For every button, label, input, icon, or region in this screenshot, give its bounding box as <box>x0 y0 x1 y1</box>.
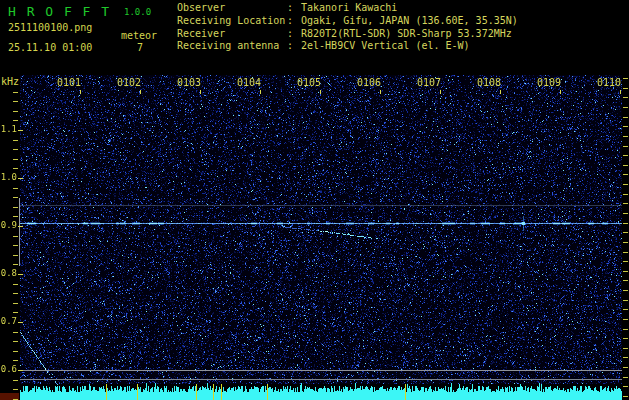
y-tick-right <box>623 300 628 301</box>
y-tick-right <box>623 107 628 108</box>
x-tick-label: 0107 <box>415 77 441 88</box>
info-row-colon: : <box>287 28 295 41</box>
y-tick-major <box>18 178 23 179</box>
y-tick-right <box>623 165 628 166</box>
y-axis-unit-label: kHz <box>1 76 19 87</box>
y-tick-right <box>623 396 628 397</box>
y-tick-minor <box>13 120 18 121</box>
y-tick-right <box>623 367 628 368</box>
x-tick-label: 0108 <box>475 77 501 88</box>
info-row: Observer: Takanori Kawachi <box>177 2 518 15</box>
spectrogram-canvas <box>20 75 622 400</box>
y-tick-right <box>623 203 628 204</box>
info-row-label: Receiving antenna <box>177 40 287 53</box>
info-row-value: Ogaki, Gifu, JAPAN (136.60E, 35.35N) <box>295 15 518 26</box>
y-tick-right <box>623 97 628 98</box>
info-row-colon: : <box>287 15 295 28</box>
y-tick-minor <box>13 197 18 198</box>
detection-band-bar <box>19 198 20 266</box>
y-tick-major <box>18 322 23 323</box>
y-tick-minor <box>13 101 18 102</box>
app-version: 1.0.0 <box>124 7 151 17</box>
y-tick-right <box>623 174 628 175</box>
datetime-label: 25.11.10 01:00 <box>8 42 92 53</box>
y-tick-minor <box>13 140 18 141</box>
y-tick-right <box>623 136 628 137</box>
x-tick-label: 0105 <box>295 77 321 88</box>
y-tick-right <box>623 348 628 349</box>
y-tick-right <box>623 155 628 156</box>
y-tick-minor <box>13 207 18 208</box>
y-tick-minor <box>13 351 18 352</box>
y-tick-right <box>623 117 628 118</box>
y-tick-right <box>623 271 628 272</box>
y-tick-label: 0.9 <box>0 221 17 230</box>
y-tick-minor <box>13 255 18 256</box>
output-filename: 2511100100.png <box>8 22 92 33</box>
y-tick-minor <box>13 245 18 246</box>
info-row-value: R820T2(RTL-SDR) SDR-Sharp 53.372MHz <box>295 28 512 39</box>
info-row-value: 2el-HB9CV Vertical (el. E-W) <box>295 40 470 51</box>
y-tick-major <box>18 226 23 227</box>
y-tick-right <box>623 194 628 195</box>
y-tick-minor <box>13 332 18 333</box>
y-tick-minor <box>13 111 18 112</box>
y-tick-major <box>18 274 23 275</box>
x-tick-label: 0106 <box>355 77 381 88</box>
info-row-label: Receiving Location <box>177 15 287 28</box>
y-tick-right <box>623 357 628 358</box>
y-tick-right <box>623 146 628 147</box>
y-tick-right <box>623 386 628 387</box>
y-tick-right <box>623 280 628 281</box>
y-tick-minor <box>13 389 18 390</box>
y-tick-label: 1.0 <box>0 173 17 182</box>
mode-label: meteor <box>121 30 157 41</box>
y-tick-minor <box>13 303 18 304</box>
info-row-value: Takanori Kawachi <box>295 2 397 13</box>
x-tick-label: 0101 <box>55 77 81 88</box>
meteor-event-count: 7 <box>132 42 148 53</box>
y-tick-minor <box>13 341 18 342</box>
y-tick-minor <box>13 188 18 189</box>
y-tick-label: 0.8 <box>0 269 17 278</box>
y-tick-label: 0.6 <box>0 365 17 374</box>
y-tick-right <box>623 213 628 214</box>
y-tick-right <box>623 78 628 79</box>
y-tick-right <box>623 252 628 253</box>
y-tick-right <box>623 88 628 89</box>
y-tick-minor <box>13 293 18 294</box>
x-tick-label: 0110 <box>595 77 621 88</box>
y-tick-major <box>18 130 23 131</box>
info-row-colon: : <box>287 40 295 53</box>
info-row: Receiving Location: Ogaki, Gifu, JAPAN (… <box>177 15 518 28</box>
y-tick-minor <box>13 236 18 237</box>
y-tick-right <box>623 329 628 330</box>
y-tick-right <box>623 290 628 291</box>
x-tick-label: 0102 <box>115 77 141 88</box>
y-tick-minor <box>13 159 18 160</box>
y-tick-minor <box>13 380 18 381</box>
observer-info-block: Observer: Takanori KawachiReceiving Loca… <box>177 2 518 53</box>
y-tick-minor <box>13 168 18 169</box>
y-tick-minor <box>13 360 18 361</box>
y-tick-minor <box>13 284 18 285</box>
y-tick-minor <box>13 216 18 217</box>
info-row: Receiving antenna: 2el-HB9CV Vertical (e… <box>177 40 518 53</box>
y-tick-label: 0.7 <box>0 317 17 326</box>
y-tick-right <box>623 232 628 233</box>
y-tick-right <box>623 223 628 224</box>
info-row: Receiver: R820T2(RTL-SDR) SDR-Sharp 53.3… <box>177 28 518 41</box>
y-tick-major <box>18 370 23 371</box>
y-tick-right <box>623 184 628 185</box>
y-tick-right <box>623 242 628 243</box>
y-tick-minor <box>13 149 18 150</box>
x-tick-label: 0109 <box>535 77 561 88</box>
x-tick-label: 0103 <box>175 77 201 88</box>
info-row-label: Observer <box>177 2 287 15</box>
y-tick-right <box>623 309 628 310</box>
x-tick-label: 0104 <box>235 77 261 88</box>
y-tick-right <box>623 338 628 339</box>
app-title: H R O F F T <box>8 4 111 19</box>
y-tick-right <box>623 261 628 262</box>
y-tick-minor <box>13 264 18 265</box>
